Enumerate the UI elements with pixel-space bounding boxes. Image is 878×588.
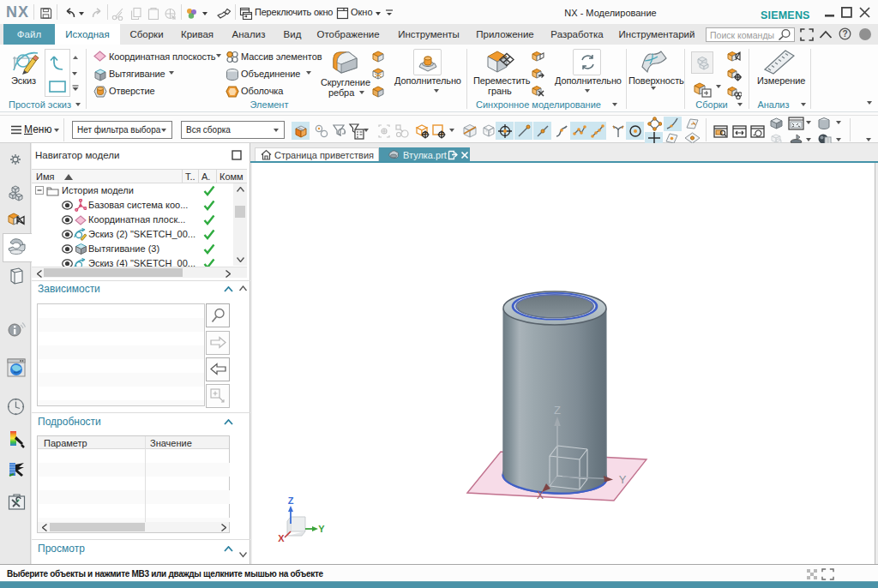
svg-text:Y: Y — [619, 473, 627, 486]
svg-text:Z: Z — [288, 495, 294, 506]
svg-text:X: X — [278, 533, 285, 543]
svg-text:?: ? — [842, 29, 847, 39]
svg-text:Z: Z — [554, 404, 561, 417]
svg-text:Y: Y — [318, 524, 325, 534]
svg-text:X: X — [537, 489, 544, 501]
